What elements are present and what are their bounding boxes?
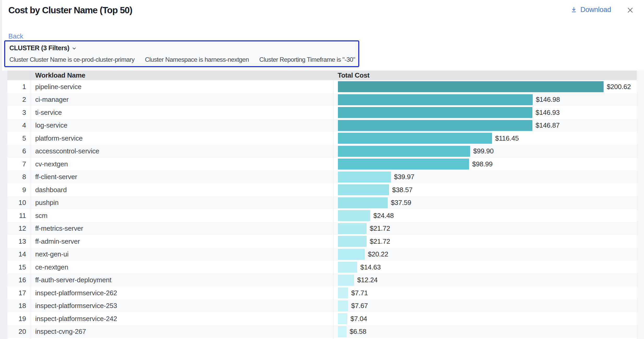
cost-value: $99.90 (473, 145, 494, 158)
table-row: 4log-service$146.87 (7, 119, 637, 132)
cost-bar (338, 223, 367, 234)
cost-value: $39.97 (394, 171, 414, 183)
cost-value: $7.04 (350, 312, 367, 325)
download-icon (570, 7, 577, 13)
close-icon (626, 6, 634, 14)
table-row: 16ff-auth-server-deployment$12.24 (7, 274, 637, 286)
cost-value: $21.72 (370, 222, 390, 235)
table-row: 15ce-nextgen$14.63 (7, 261, 637, 274)
cost-value: $98.99 (472, 158, 493, 171)
cost-column-divider (333, 71, 334, 339)
row-rank: 4 (7, 119, 26, 132)
table-row: 14next-gen-ui$20.22 (7, 248, 637, 261)
workload-name: log-service (35, 119, 68, 132)
rank-column-divider (31, 71, 31, 339)
cost-bar (338, 236, 367, 247)
filter-group-toggle[interactable]: CLUSTER (3 Filters) (9, 44, 76, 52)
table-row: 19inspect-platformservice-242$7.04 (7, 312, 637, 325)
cost-value: $200.62 (607, 80, 631, 93)
table-row: 2ci-manager$146.98 (7, 93, 637, 106)
cost-value: $116.45 (495, 132, 519, 145)
cost-bar (338, 249, 365, 260)
cost-value: $12.24 (357, 274, 378, 286)
workload-name: dashboard (35, 183, 67, 196)
workload-name: ci-manager (35, 93, 69, 106)
table-row: 18inspect-platformservice-253$7.67 (7, 299, 637, 312)
table-right-margin (637, 71, 644, 339)
column-header-total-cost[interactable]: Total Cost (338, 71, 369, 80)
row-rank: 15 (7, 261, 26, 274)
table-header: Workload Name Total Cost (7, 71, 637, 80)
table-row: 6accesscontrol-service$99.90 (7, 145, 637, 158)
cost-value: $21.72 (370, 235, 390, 248)
table-row: 8ff-client-server$39.97 (7, 171, 637, 183)
cost-value: $14.63 (360, 261, 381, 274)
cost-bar (338, 146, 470, 157)
table-row: 20inspect-cvng-267$6.58 (7, 325, 637, 338)
row-rank: 6 (7, 145, 26, 158)
workload-name: ff-client-server (35, 171, 77, 183)
cost-value: $20.22 (368, 248, 388, 261)
back-link[interactable]: Back (8, 32, 23, 40)
filter-panel: CLUSTER (3 Filters) Cluster Cluster Name… (4, 40, 359, 67)
row-rank: 17 (7, 286, 26, 299)
row-rank: 18 (7, 299, 26, 312)
workload-name: platform-service (35, 132, 83, 145)
cost-bar (338, 94, 533, 105)
cost-bar (338, 287, 348, 298)
close-button[interactable] (626, 6, 634, 14)
filter-chip: Cluster Cluster Name is ce-prod-cluster-… (9, 56, 135, 63)
download-label: Download (580, 6, 611, 14)
table-body: 1pipeline-service$200.622ci-manager$146.… (7, 80, 637, 339)
cost-bar (338, 159, 469, 170)
workload-name: pushpin (35, 196, 59, 209)
workload-name: cv-nextgen (35, 158, 68, 171)
workload-name: ti-service (35, 106, 62, 119)
workload-name: ff-metrics-server (35, 222, 83, 235)
cost-bar (338, 262, 357, 273)
cost-bar (338, 172, 391, 183)
download-button[interactable]: Download (570, 6, 611, 14)
workload-name: scm (35, 209, 47, 222)
row-rank: 20 (7, 325, 26, 338)
row-rank: 3 (7, 106, 26, 119)
cost-bar (338, 300, 348, 311)
table-row: 1pipeline-service$200.62 (7, 80, 637, 93)
table-row: 11scm$24.48 (7, 209, 637, 222)
cost-value: $6.58 (350, 325, 366, 338)
cost-bar (338, 120, 532, 131)
cost-value: $38.57 (392, 183, 412, 196)
workload-name: inspect-cvng-267 (35, 325, 86, 338)
row-rank: 5 (7, 132, 26, 145)
cost-bar (338, 184, 389, 195)
filter-summary-label: CLUSTER (3 Filters) (9, 44, 69, 52)
workload-name: pipeline-service (35, 80, 81, 93)
cost-value: $24.48 (373, 209, 394, 222)
row-rank: 11 (7, 209, 26, 222)
table-left-margin (0, 71, 7, 339)
table-row: 13ff-admin-server$21.72 (7, 235, 637, 248)
workload-name: inspect-platformservice-253 (35, 299, 117, 312)
cost-value: $146.93 (536, 106, 560, 119)
filter-list: Cluster Cluster Name is ce-prod-cluster-… (9, 56, 355, 63)
row-rank: 13 (7, 235, 26, 248)
cost-value: $146.87 (536, 119, 560, 132)
table-row: 12ff-metrics-server$21.72 (7, 222, 637, 235)
table-row: 7cv-nextgen$98.99 (7, 158, 637, 171)
column-header-workload-name[interactable]: Workload Name (35, 71, 85, 80)
table-row: 17inspect-platformservice-262$7.71 (7, 286, 637, 299)
workload-name: ff-auth-server-deployment (35, 274, 111, 286)
cost-bar (338, 210, 370, 221)
workload-name: accesscontrol-service (35, 145, 99, 158)
cost-bar (338, 81, 604, 92)
cost-bar (338, 326, 347, 337)
table-row: 5platform-service$116.45 (7, 132, 637, 145)
row-rank: 1 (7, 80, 26, 93)
cost-value: $7.71 (351, 286, 368, 299)
workload-name: ce-nextgen (35, 261, 68, 274)
row-rank: 2 (7, 93, 26, 106)
cost-table: Workload Name Total Cost 1pipeline-servi… (7, 71, 637, 339)
cost-value: $146.98 (536, 93, 560, 106)
row-rank: 19 (7, 312, 26, 325)
cost-bar (338, 107, 532, 118)
